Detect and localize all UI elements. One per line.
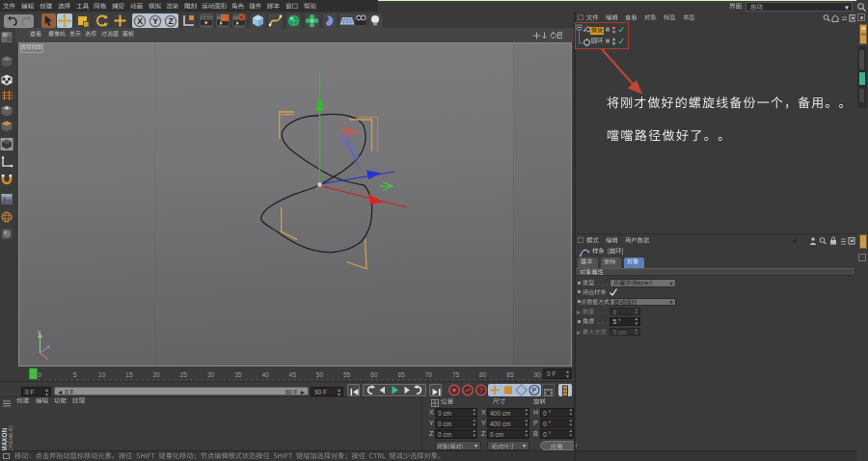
svg-text:70: 70 bbox=[425, 371, 433, 378]
svg-text:Z: Z bbox=[168, 16, 173, 26]
svg-text:40: 40 bbox=[261, 371, 269, 378]
svg-text:20: 20 bbox=[152, 371, 160, 378]
svg-text:45: 45 bbox=[289, 371, 297, 378]
svg-text:0: 0 bbox=[38, 371, 41, 378]
svg-text:15: 15 bbox=[125, 371, 133, 378]
svg-text:50: 50 bbox=[316, 371, 324, 378]
svg-text:5: 5 bbox=[73, 371, 77, 378]
svg-text:90: 90 bbox=[533, 371, 541, 378]
svg-text:75: 75 bbox=[452, 371, 460, 378]
svg-text:80: 80 bbox=[479, 371, 487, 378]
svg-text:30: 30 bbox=[207, 371, 215, 378]
svg-text:25: 25 bbox=[180, 371, 188, 378]
svg-text:10: 10 bbox=[98, 371, 106, 378]
svg-text:35: 35 bbox=[234, 371, 242, 378]
svg-text:X: X bbox=[137, 16, 143, 26]
svg-text:Y: Y bbox=[152, 16, 158, 26]
svg-text:55: 55 bbox=[343, 371, 351, 378]
svg-text:60: 60 bbox=[370, 371, 378, 378]
svg-text:Y: Y bbox=[37, 330, 41, 336]
svg-text:CINEMA 4D: CINEMA 4D bbox=[8, 425, 14, 451]
svg-text:85: 85 bbox=[506, 371, 514, 378]
svg-text:65: 65 bbox=[397, 371, 405, 378]
svg-text:MAXON: MAXON bbox=[1, 428, 8, 452]
svg-text:P: P bbox=[532, 387, 537, 393]
svg-text:?: ? bbox=[479, 387, 483, 393]
